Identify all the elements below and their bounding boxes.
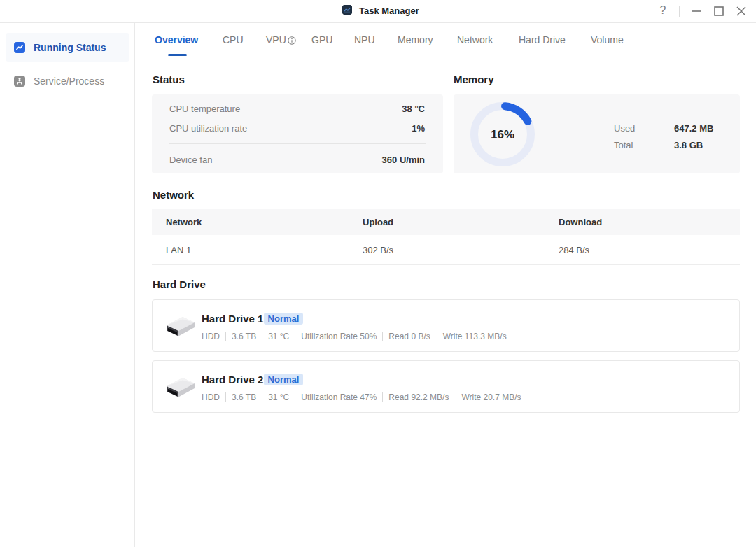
svg-text:16%: 16% <box>491 128 514 141</box>
